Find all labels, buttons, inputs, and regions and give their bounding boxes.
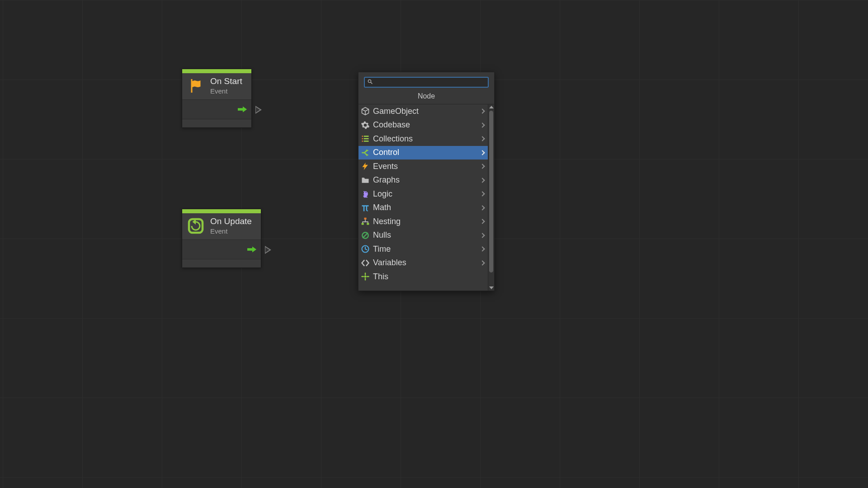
- scroll-up-button[interactable]: [488, 104, 494, 110]
- node-category-label: GameObject: [373, 107, 478, 116]
- chevron-right-icon: [480, 109, 485, 114]
- pi-icon: [360, 203, 370, 213]
- flow-output-port[interactable]: [265, 246, 271, 254]
- svg-rect-7: [364, 138, 369, 140]
- node-category-label: Nesting: [373, 217, 478, 226]
- scroll-thumb[interactable]: [489, 111, 493, 272]
- svg-line-2: [371, 82, 373, 84]
- angle-brackets-icon: [360, 258, 370, 268]
- node-search-header: Node: [359, 72, 494, 104]
- node-category-list: GameObjectCodebaseCollectionsControlEven…: [359, 104, 488, 291]
- chevron-right-icon: [480, 136, 485, 141]
- node-category-label: Graphs: [373, 175, 478, 185]
- svg-rect-6: [364, 136, 369, 137]
- org-icon: [360, 216, 370, 226]
- svg-rect-8: [364, 141, 369, 142]
- node-category-nesting[interactable]: Nesting: [359, 215, 488, 229]
- node-category-codebase[interactable]: Codebase: [359, 118, 488, 132]
- graph-node-on-update[interactable]: On UpdateEvent: [182, 209, 261, 268]
- node-search-tab: Node: [364, 88, 489, 100]
- node-category-label: This: [373, 272, 484, 282]
- clock-icon: [360, 244, 370, 254]
- chevron-right-icon: [480, 150, 485, 155]
- svg-rect-3: [362, 136, 363, 137]
- chevron-right-icon: [480, 122, 485, 127]
- node-category-collections[interactable]: Collections: [359, 132, 488, 146]
- chevron-right-icon: [480, 192, 485, 197]
- node-search-panel: Node GameObjectCodebaseCollectionsContro…: [358, 72, 495, 291]
- chevron-right-icon: [480, 247, 485, 252]
- node-category-label: Math: [373, 203, 478, 212]
- node-search-box[interactable]: [364, 77, 489, 88]
- node-category-math[interactable]: Math: [359, 201, 488, 215]
- cube-icon: [360, 106, 370, 116]
- svg-rect-4: [362, 138, 363, 140]
- flow-out-arrow-icon: [238, 106, 248, 113]
- node-header[interactable]: On UpdateEvent: [182, 213, 261, 240]
- chevron-right-icon: [480, 233, 485, 238]
- node-title: On Update: [210, 217, 252, 226]
- svg-rect-14: [367, 223, 369, 225]
- branch-icon: [360, 148, 370, 158]
- chess-icon: [360, 189, 370, 199]
- gear-icon: [360, 120, 370, 130]
- node-body: [182, 240, 261, 259]
- svg-point-18: [364, 276, 367, 278]
- node-category-gameobject[interactable]: GameObject: [359, 104, 488, 118]
- node-title: On Start: [210, 77, 242, 86]
- node-header[interactable]: On StartEvent: [182, 73, 251, 100]
- target-icon: [360, 272, 370, 282]
- node-footer: [182, 259, 261, 267]
- chevron-right-icon: [480, 178, 485, 183]
- svg-rect-13: [362, 223, 364, 225]
- node-category-this[interactable]: This: [359, 270, 488, 284]
- node-category-label: Time: [373, 244, 478, 254]
- node-category-control[interactable]: Control: [359, 146, 488, 160]
- node-footer: [182, 119, 251, 127]
- null-icon: [360, 230, 370, 240]
- node-body: [182, 100, 251, 119]
- chevron-right-icon: [480, 205, 485, 210]
- svg-marker-10: [367, 154, 369, 156]
- flow-out-arrow-icon: [247, 246, 257, 253]
- node-category-logic[interactable]: Logic: [359, 187, 488, 201]
- graph-node-on-start[interactable]: On StartEvent: [182, 69, 252, 128]
- node-category-time[interactable]: Time: [359, 242, 488, 256]
- loop-icon: [187, 217, 205, 235]
- node-search-input[interactable]: [376, 79, 485, 86]
- chevron-right-icon: [480, 260, 485, 265]
- node-category-label: Events: [373, 162, 478, 171]
- svg-point-1: [368, 80, 371, 82]
- node-category-events[interactable]: Events: [359, 160, 488, 174]
- node-category-label: Logic: [373, 189, 478, 199]
- folder-icon: [360, 175, 370, 185]
- scroll-down-button[interactable]: [488, 285, 494, 291]
- search-icon: [368, 78, 373, 86]
- chevron-right-icon: [480, 164, 485, 169]
- svg-marker-9: [367, 149, 369, 151]
- svg-rect-12: [364, 218, 367, 220]
- node-category-nulls[interactable]: Nulls: [359, 229, 488, 243]
- node-search-scrollbar[interactable]: [488, 104, 494, 291]
- node-accent-bar: [182, 209, 261, 213]
- svg-rect-5: [362, 141, 363, 142]
- node-subtitle: Event: [210, 87, 242, 95]
- chevron-right-icon: [480, 219, 485, 224]
- list-icon: [360, 134, 370, 144]
- node-subtitle: Event: [210, 227, 252, 235]
- flow-output-port[interactable]: [255, 106, 262, 114]
- node-category-label: Variables: [373, 258, 478, 267]
- svg-point-11: [366, 192, 367, 193]
- node-category-graphs[interactable]: Graphs: [359, 174, 488, 188]
- node-category-label: Control: [373, 148, 478, 157]
- node-category-label: Collections: [373, 134, 478, 144]
- node-category-label: Nulls: [373, 230, 478, 240]
- bolt-icon: [360, 161, 370, 171]
- node-accent-bar: [182, 69, 251, 73]
- node-category-variables[interactable]: Variables: [359, 256, 488, 270]
- node-category-label: Codebase: [373, 120, 478, 130]
- flag-icon: [187, 77, 205, 95]
